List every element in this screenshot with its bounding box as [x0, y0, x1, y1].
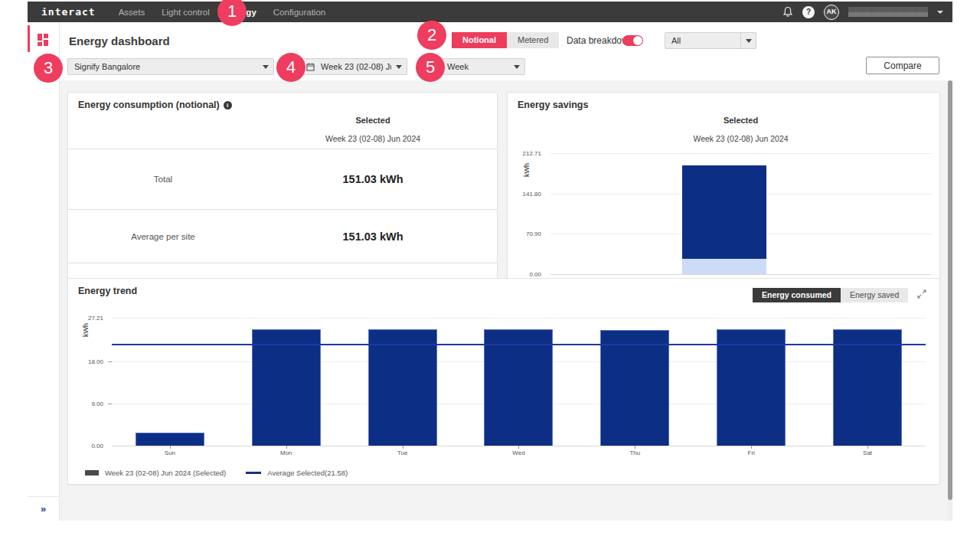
legend-label: Average Selected(21.58): [267, 469, 348, 477]
column-header-selected: Selected: [258, 116, 488, 125]
legend-line-swatch: [246, 472, 261, 474]
y-tick-label: 0.00: [529, 271, 541, 278]
column-header-selected: Selected: [550, 116, 931, 125]
page-header: Energy dashboard Notional Metered Data b…: [60, 22, 952, 80]
energy-consumption-title: Energy consumption (notional): [78, 100, 220, 110]
navbar-right: ? AK: [782, 5, 943, 20]
toggle-notional[interactable]: Notional: [452, 32, 507, 48]
gridline-0.00: [550, 274, 931, 275]
trend-chart-plot: SunMonTueWedThuFriSat: [112, 318, 926, 446]
scope-dropdown[interactable]: All: [665, 32, 756, 49]
y-tick-label: 70.90: [526, 230, 541, 237]
active-item-indicator: [28, 25, 30, 52]
nav-item-light-control[interactable]: Light control: [162, 8, 210, 17]
trend-column-Tue: [345, 318, 461, 446]
y-tick-label: 27.21: [88, 315, 103, 322]
bar-Sun: [136, 433, 204, 446]
toggle-energy-consumed[interactable]: Energy consumed: [753, 288, 841, 302]
savings-y-axis: 212.71141.8070.900.00: [508, 153, 546, 274]
column-subheader-period: Week 23 (02-08) Jun 2024: [550, 134, 931, 143]
annotation-badge-4: 4: [276, 53, 305, 82]
savings-chart-plot: [550, 153, 931, 274]
dashboard-icon[interactable]: [38, 34, 48, 46]
annotation-badge-3: 3: [34, 54, 63, 83]
period-dropdown-value: Week 23 (02-08) Jun 2024: [315, 62, 391, 71]
bar-Fri: [717, 329, 786, 446]
granularity-dropdown-value: Week: [441, 62, 509, 71]
y-tick-label: 9.00: [91, 400, 103, 407]
x-tick-label-Wed: Wed: [461, 449, 577, 456]
row-value: 151.03 kWh: [258, 230, 497, 243]
legend-bar-swatch: [85, 470, 99, 476]
y-tick-label: 141.80: [523, 191, 541, 198]
legend-label: Week 23 (02-08) Jun 2024 (Selected): [105, 469, 226, 477]
column-subheader-period: Week 23 (02-08) Jun 2024: [258, 134, 488, 143]
bar-Tue: [368, 329, 437, 446]
row-label: Total: [68, 175, 258, 184]
vertical-scrollbar: [948, 80, 952, 521]
period-dropdown[interactable]: Week 23 (02-08) Jun 2024: [300, 58, 407, 75]
top-navbar: interact Assets Light control Energy Con…: [28, 2, 952, 22]
screenshot-canvas: interact Assets Light control Energy Con…: [0, 0, 980, 536]
info-icon[interactable]: i: [224, 101, 232, 109]
trend-column-Thu: [577, 318, 693, 446]
notifications-bell-icon[interactable]: [782, 6, 793, 18]
gridline-212.71: [550, 153, 931, 154]
x-tick-label-Sun: Sun: [112, 449, 228, 456]
annotation-badge-2: 2: [417, 21, 446, 50]
x-tick-label-Tue: Tue: [345, 449, 461, 456]
help-icon[interactable]: ?: [802, 6, 815, 18]
site-dropdown[interactable]: Signify Bangalore: [67, 58, 274, 75]
compare-button[interactable]: Compare: [866, 57, 939, 74]
nav-item-configuration[interactable]: Configuration: [273, 8, 325, 17]
chevron-down-icon: [514, 65, 520, 69]
card-title: Energy consumption (notional)i: [78, 100, 232, 110]
page-title: Energy dashboard: [69, 34, 170, 47]
consumption-rows: Total 151.03 kWh Average per site 151.03…: [68, 149, 497, 263]
sidebar-expand-button[interactable]: »: [28, 496, 59, 521]
toggle-energy-saved[interactable]: Energy saved: [841, 288, 908, 302]
annotation-badge-5: 5: [416, 53, 445, 82]
energy-savings-title: Energy savings: [518, 100, 588, 110]
y-tick-label: 0.00: [91, 443, 103, 449]
trend-column-Wed: [461, 318, 577, 446]
interact-logo[interactable]: interact: [41, 6, 96, 18]
account-chevron-down-icon[interactable]: [937, 11, 943, 14]
bar-Mon: [252, 329, 321, 446]
energy-consumption-card: Energy consumption (notional)i Selected …: [67, 92, 498, 280]
savings-bar-segment-lower-light: [682, 259, 766, 274]
chevron-down-icon: [263, 65, 269, 69]
bar-Wed: [484, 329, 553, 446]
scrollbar-thumb[interactable]: [948, 80, 952, 500]
legend-item-average: Average Selected(21.58): [246, 469, 348, 477]
calendar-icon: [306, 63, 315, 71]
chevron-down-icon: [746, 39, 752, 43]
x-tick-label-Sat: Sat: [809, 449, 926, 456]
trend-column-Sat: [809, 318, 926, 446]
chart-legend: Week 23 (02-08) Jun 2024 (Selected) Aver…: [85, 469, 348, 477]
notional-metered-toggle: Notional Metered: [452, 32, 559, 48]
trend-y-axis: 27.2118.009.000.00: [68, 318, 108, 446]
legend-item-selected-week: Week 23 (02-08) Jun 2024 (Selected): [85, 469, 226, 477]
toggle-metered[interactable]: Metered: [507, 32, 559, 48]
double-chevron-right-icon: »: [41, 503, 46, 515]
x-tick-label-Mon: Mon: [228, 449, 345, 456]
granularity-dropdown[interactable]: Week: [440, 58, 525, 75]
energy-trend-card: Energy trend Energy consumed Energy save…: [67, 278, 940, 485]
data-breakdown-switch[interactable]: [622, 35, 643, 46]
row-label: Average per site: [68, 232, 258, 241]
bar-Thu: [600, 330, 669, 446]
avatar[interactable]: AK: [824, 5, 839, 20]
site-dropdown-value: Signify Bangalore: [68, 62, 258, 71]
main-content: Energy consumption (notional)i Selected …: [60, 80, 948, 521]
nav-item-assets[interactable]: Assets: [119, 8, 145, 17]
x-tick-label-Thu: Thu: [577, 449, 693, 456]
table-row-total: Total 151.03 kWh: [68, 149, 497, 209]
left-sidebar: »: [28, 22, 60, 521]
x-tick-label-Fri: Fri: [693, 449, 809, 456]
trend-column-Sun: [112, 318, 228, 446]
y-tick-label: 18.00: [88, 358, 103, 365]
expand-fullscreen-icon[interactable]: [916, 289, 927, 299]
row-value: 151.03 kWh: [258, 173, 497, 185]
chevron-down-icon: [396, 65, 402, 69]
